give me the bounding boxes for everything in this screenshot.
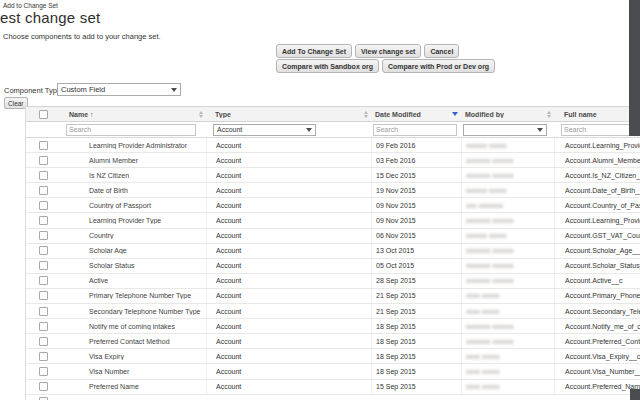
component-type-label: Component Type:	[4, 86, 63, 95]
column-header-full-name[interactable]: Full name	[554, 111, 640, 118]
field-name-link[interactable]: Scholar Age	[89, 247, 127, 254]
field-name-cell: Preferred Contact Method	[61, 338, 206, 345]
sort-icons[interactable]	[199, 111, 203, 118]
chevron-down-icon	[306, 128, 312, 132]
row-checkbox-cell	[26, 171, 61, 180]
field-name-link[interactable]: Active	[89, 277, 108, 284]
row-checkbox[interactable]	[39, 201, 48, 210]
field-name-link[interactable]: Date of Birth	[89, 187, 128, 194]
sort-icons[interactable]	[547, 111, 551, 118]
compare-with-sandbox-org-button[interactable]: Compare with Sandbox org	[276, 59, 379, 73]
component-type-select[interactable]: Custom Field	[57, 83, 181, 96]
full-name-cell: Account.Is_NZ_Citizen__c	[554, 168, 640, 182]
field-name-link[interactable]: Is NZ Citizen	[89, 172, 129, 179]
row-checkbox[interactable]	[39, 216, 48, 225]
row-checkbox-cell	[26, 337, 61, 346]
screen-edge-artifact-top-right	[629, 0, 640, 136]
field-name-cell: Primary Telephone Number Type	[61, 292, 206, 299]
components-table: Name↑ Type Date Modified Modified by Ful…	[25, 106, 640, 400]
chevron-down-icon	[171, 88, 177, 92]
sort-icons[interactable]	[364, 111, 368, 118]
type-cell: Account	[206, 168, 371, 182]
row-checkbox[interactable]	[39, 246, 48, 255]
field-name-link[interactable]: Secondary Telephone Number Type	[89, 308, 200, 315]
table-row-partial	[26, 395, 640, 400]
type-cell: Account	[206, 259, 371, 273]
field-name-link[interactable]: Scholar Status	[89, 262, 135, 269]
full-name-filter-cell	[554, 124, 640, 136]
field-name-link[interactable]: Visa Number	[89, 368, 129, 375]
full-name-cell: Account.Notify_me_of_comin	[554, 319, 640, 333]
modified-by-blurred-name: xxxx xxxxx	[466, 308, 499, 315]
type-cell: Account	[206, 244, 371, 258]
row-checkbox[interactable]	[39, 156, 48, 165]
modified-by-blurred-name: xxxxxxx xxxxxx	[466, 277, 513, 284]
date-modified-cell: 18 Sep 2015	[371, 364, 461, 378]
row-checkbox-cell	[26, 352, 61, 361]
row-checkbox[interactable]	[39, 322, 48, 331]
select-all-cell	[26, 110, 61, 119]
column-header-date-modified[interactable]: Date Modified	[371, 111, 461, 118]
row-checkbox-cell	[26, 231, 61, 240]
row-checkbox[interactable]	[39, 382, 48, 391]
modified-by-cell: xxxxxxx xxxxxx	[461, 334, 554, 348]
date-modified-cell: 13 Oct 2015	[371, 244, 461, 258]
row-checkbox[interactable]	[39, 171, 48, 180]
field-name-link[interactable]: Country	[89, 232, 114, 239]
modified-by-cell: xxxx xxxxx	[461, 289, 554, 303]
date-modified-cell: 05 Oct 2015	[371, 259, 461, 273]
type-filter-cell: Account	[206, 124, 371, 136]
row-checkbox[interactable]	[39, 186, 48, 195]
field-name-link[interactable]: Notify me of coming intakes	[89, 323, 175, 330]
field-name-cell: Alumni Member	[61, 157, 206, 164]
row-checkbox[interactable]	[39, 352, 48, 361]
modified-by-filter-select[interactable]	[463, 124, 547, 136]
compare-with-prod-or-dev-org-button[interactable]: Compare with Prod or Dev org	[382, 59, 495, 73]
full-name-cell: Account.Alumni_Member__c	[554, 153, 640, 167]
field-name-link[interactable]: Preferred Name	[89, 383, 139, 390]
column-header-type[interactable]: Type	[206, 111, 371, 118]
field-name-link[interactable]: Learning Provider Administrator	[89, 142, 187, 149]
row-checkbox[interactable]	[39, 337, 48, 346]
row-checkbox[interactable]	[39, 261, 48, 270]
field-name-link[interactable]: Preferred Contact Method	[89, 338, 170, 345]
type-cell: Account	[206, 153, 371, 167]
toolbar-row-2: Compare with Sandbox orgCompare with Pro…	[276, 59, 495, 73]
column-header-name[interactable]: Name↑	[61, 111, 206, 118]
type-cell: Account	[206, 380, 371, 394]
field-name-cell: Notify me of coming intakes	[61, 323, 206, 330]
view-change-set-button[interactable]: View change set	[355, 44, 421, 58]
field-name-cell: Secondary Telephone Number Type	[61, 308, 206, 315]
field-name-link[interactable]: Learning Provider Type	[89, 217, 161, 224]
select-all-checkbox[interactable]	[39, 110, 48, 119]
row-checkbox[interactable]	[39, 276, 48, 285]
breadcrumb[interactable]: Add to Change Set	[3, 2, 58, 9]
row-checkbox[interactable]	[39, 307, 48, 316]
field-name-cell: Scholar Age	[61, 247, 206, 254]
row-checkbox-cell	[26, 201, 61, 210]
name-search-input[interactable]	[66, 124, 196, 136]
sort-dropdown-icon[interactable]	[452, 112, 458, 116]
type-filter-select[interactable]: Account	[213, 124, 316, 136]
field-name-link[interactable]: Primary Telephone Number Type	[89, 292, 191, 299]
modified-by-blurred-name: xxxx xxxxx	[466, 383, 499, 390]
date-search-input[interactable]	[373, 124, 457, 136]
cancel-button[interactable]: Cancel	[424, 44, 459, 58]
row-checkbox[interactable]	[39, 367, 48, 376]
field-name-link[interactable]: Alumni Member	[89, 157, 138, 164]
type-cell: Account	[206, 198, 371, 212]
table-row: Secondary Telephone Number TypeAccount21…	[26, 304, 640, 319]
row-checkbox[interactable]	[39, 231, 48, 240]
column-header-modified-by[interactable]: Modified by	[461, 111, 554, 118]
date-modified-cell: 18 Sep 2015	[371, 349, 461, 363]
row-checkbox[interactable]	[39, 141, 48, 150]
clear-button[interactable]: Clear	[4, 97, 28, 109]
add-to-change-set-button[interactable]: Add To Change Set	[276, 44, 352, 58]
modified-by-cell: xxxxxx xxxxx	[461, 229, 554, 243]
field-name-link[interactable]: Country of Passport	[89, 202, 151, 209]
row-checkbox[interactable]	[39, 291, 48, 300]
modified-by-blurred-name: xxxx xxxxx	[466, 368, 499, 375]
modified-by-cell: xxxxxxx xxxxxx	[461, 213, 554, 227]
table-body: Learning Provider AdministratorAccount09…	[26, 138, 640, 400]
field-name-link[interactable]: Visa Expiry	[89, 353, 124, 360]
